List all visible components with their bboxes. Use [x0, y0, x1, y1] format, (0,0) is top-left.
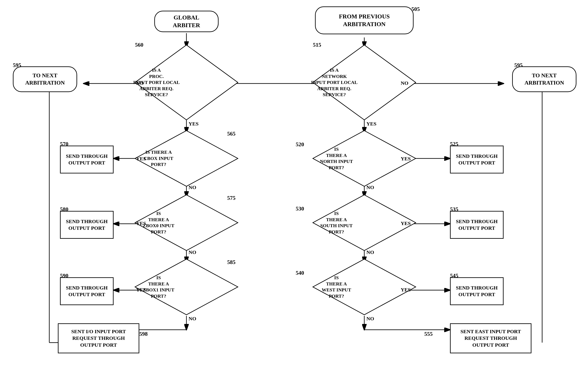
diamond-565: IS THERE ACBOX INPUTPORT? [133, 128, 240, 189]
rect-598: SENT I/O INPUT PORT REQUEST THROUGH OUTP… [58, 323, 139, 353]
no-d565: NO [189, 185, 196, 190]
svg-marker-26 [313, 45, 416, 120]
label-560: 560 [135, 42, 143, 48]
no-d520: NO [366, 185, 374, 190]
yes-d515: YES [366, 121, 376, 127]
no-d515: NO [401, 80, 408, 86]
label-545: 545 [450, 273, 458, 279]
svg-marker-27 [135, 131, 238, 186]
yes-d560: YES [189, 121, 199, 127]
rect-535: SEND THROUGH OUTPUT PORT [450, 211, 504, 239]
diamond-585: ISTHERE AZBOX1 INPUTPORT? [133, 257, 240, 317]
label-580: 580 [60, 206, 68, 213]
label-590: 590 [60, 273, 68, 279]
yes-d530: YES [401, 221, 411, 226]
label-525: 525 [450, 141, 458, 147]
yes-d540: YES [401, 287, 411, 293]
rect-590: SEND THROUGH OUTPUT PORT [60, 277, 114, 305]
yes-d565: YES [136, 156, 146, 162]
svg-marker-31 [135, 259, 238, 315]
label-520: 520 [296, 141, 304, 148]
svg-marker-30 [313, 195, 416, 251]
label-515: 515 [313, 42, 321, 48]
no-d530: NO [366, 250, 374, 255]
from-previous-arbitration: FROM PREVIOUS ARBITRATION [315, 6, 414, 34]
rect-570: SEND THROUGH OUTPUT PORT [60, 146, 114, 174]
yes-d585: YES [136, 287, 146, 293]
rect-555: SENT EAST INPUT PORT REQUEST THROUGH OUT… [450, 323, 531, 353]
label-595b: 595 [514, 62, 523, 68]
label-570: 570 [60, 141, 68, 147]
label-565: 565 [227, 131, 235, 137]
label-530: 530 [296, 205, 304, 212]
diamond-560: IS APROC.INPUT PORT LOCALARBITER REQ.SER… [133, 43, 240, 122]
rect-545: SEND THROUGH OUTPUT PORT [450, 277, 504, 305]
label-535: 535 [450, 206, 458, 213]
no-d575: NO [189, 250, 196, 255]
label-598: 598 [139, 331, 148, 337]
yes-d520: YES [401, 156, 411, 162]
diamond-575: ISTHERE AZBOX0 INPUTPORT? [133, 193, 240, 253]
rect-580: SEND THROUGH OUTPUT PORT [60, 211, 114, 239]
to-next-arbitration-right: TO NEXT ARBITRATION [512, 66, 576, 92]
label-540: 540 [296, 270, 304, 276]
global-arbiter-label: GLOBAL ARBITER [154, 11, 219, 32]
label-555: 555 [424, 331, 433, 337]
to-next-arbitration-left: TO NEXT ARBITRATION [13, 66, 77, 92]
svg-marker-28 [313, 131, 416, 186]
no-d540: NO [366, 316, 374, 322]
label-575: 575 [227, 195, 235, 201]
no-d585: NO [189, 316, 196, 322]
label-505: 505 [411, 6, 420, 12]
svg-marker-29 [135, 195, 238, 251]
rect-525: SEND THROUGH OUTPUT PORT [450, 146, 504, 174]
svg-marker-32 [313, 259, 416, 315]
svg-marker-25 [135, 45, 238, 120]
no-d560: NO [136, 80, 144, 86]
yes-d575: YES [136, 221, 146, 226]
label-585: 585 [227, 259, 235, 266]
label-595a: 595 [13, 62, 21, 68]
